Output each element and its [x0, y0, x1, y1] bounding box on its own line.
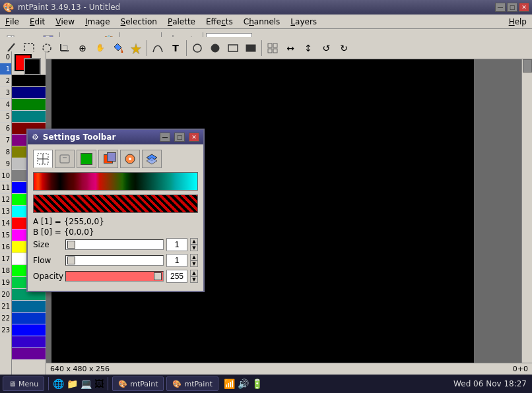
maximize-button[interactable]: □	[507, 3, 517, 12]
opacity-slider[interactable]	[65, 271, 164, 282]
size-down-button[interactable]: ▼	[190, 245, 198, 251]
palette-num-17[interactable]: 17	[0, 253, 11, 265]
palette-num-15[interactable]: 15	[0, 229, 11, 241]
swatch-23[interactable]	[12, 348, 46, 360]
swatch-1[interactable]	[12, 87, 46, 99]
palette-num-19[interactable]: 19	[0, 277, 11, 289]
swatch-20[interactable]	[12, 313, 46, 324]
palette-num-12[interactable]: 12	[0, 194, 11, 206]
menu-layers[interactable]: Layers	[285, 15, 322, 28]
scrollbar-vertical[interactable]	[521, 59, 532, 367]
magic-select-tool[interactable]	[127, 40, 145, 57]
palette-num-14[interactable]: 14	[0, 218, 11, 229]
palette-num-20[interactable]: 20	[0, 289, 11, 301]
palette-num-22[interactable]: 22	[0, 313, 11, 324]
palette-num-6[interactable]: 6	[0, 123, 11, 135]
palette-num-0[interactable]: 0	[0, 51, 11, 63]
palette-num-7[interactable]: 7	[0, 135, 11, 146]
swatch-19[interactable]	[12, 301, 46, 313]
rotate-tool[interactable]: ↺	[317, 40, 335, 57]
size-input[interactable]	[166, 238, 187, 251]
size-row: Size ▲ ▼	[33, 238, 198, 251]
palette-num-23[interactable]: 23	[0, 324, 11, 336]
menu-channels[interactable]: Channels	[238, 15, 286, 28]
text-tool[interactable]: T	[167, 40, 184, 57]
settings-tab-tools[interactable]	[33, 150, 53, 168]
swatch-21[interactable]	[12, 324, 46, 336]
menu-image[interactable]: Image	[80, 15, 116, 28]
palette-num-1[interactable]: 1	[0, 63, 11, 75]
select-all-tool[interactable]	[264, 40, 281, 57]
menu-view[interactable]: View	[50, 15, 80, 28]
flow-up-button[interactable]: ▲	[190, 254, 198, 260]
palette-num-4[interactable]: 4	[0, 99, 11, 111]
palette-num-3[interactable]: 3	[0, 87, 11, 99]
opacity-down-button[interactable]: ▼	[190, 276, 198, 283]
taskbar-icon-browser[interactable]: 🌐	[53, 378, 64, 389]
opacity-up-button[interactable]: ▲	[190, 270, 198, 276]
taskbar-icon-image[interactable]: 🖼	[94, 378, 104, 389]
crop-tool[interactable]	[56, 40, 73, 57]
flow-input[interactable]	[166, 254, 187, 267]
menu-edit[interactable]: Edit	[24, 15, 50, 28]
taskbar-icon-folder[interactable]: 📁	[67, 378, 78, 389]
power-icon: 🔋	[251, 378, 263, 389]
settings-maximize-button[interactable]: □	[174, 133, 185, 142]
palette-num-21[interactable]: 21	[0, 301, 11, 313]
taskbar-icon-terminal[interactable]: 💻	[81, 378, 92, 389]
flow-slider[interactable]	[65, 255, 164, 266]
menu-selection[interactable]: Selection	[116, 15, 162, 28]
close-button[interactable]: ✕	[519, 3, 529, 12]
settings-dialog-title[interactable]: Settings Toolbar	[43, 133, 156, 142]
palette-num-9[interactable]: 9	[0, 158, 11, 170]
color-pattern-bar[interactable]	[33, 195, 198, 213]
palette-num-18[interactable]: 18	[0, 265, 11, 277]
palette-num-8[interactable]: 8	[0, 146, 11, 158]
clone-tool[interactable]: ⊕	[74, 40, 91, 57]
minimize-button[interactable]: —	[495, 3, 506, 12]
settings-minimize-button[interactable]: —	[160, 133, 170, 142]
swatch-0[interactable]	[12, 75, 46, 87]
palette-num-2[interactable]: 2	[0, 75, 11, 87]
taskbar: 🖥 Menu 🌐 📁 💻 🖼 🎨 mtPaint 🎨 mtPaint 📶 🔊 🔋…	[0, 375, 532, 393]
color-gradient-bar[interactable]	[33, 172, 198, 191]
menu-effects[interactable]: Effects	[201, 15, 238, 28]
settings-dialog-titlebar: ⚙ Settings Toolbar — □ ✕	[28, 130, 203, 144]
opacity-input[interactable]	[166, 270, 187, 283]
rect-tool[interactable]	[224, 40, 242, 57]
menu-help[interactable]: Help	[504, 15, 532, 28]
swatch-3[interactable]	[12, 111, 46, 123]
swatch-22[interactable]	[12, 336, 46, 348]
menu-palette[interactable]: Palette	[162, 15, 201, 28]
palette-num-11[interactable]: 11	[0, 182, 11, 194]
fill-circle-tool[interactable]	[207, 40, 224, 57]
fill-rect-tool[interactable]	[242, 40, 259, 57]
palette-num-13[interactable]: 13	[0, 206, 11, 218]
taskbar-mtpaint-2[interactable]: 🎨 mtPaint	[166, 377, 218, 391]
background-color[interactable]	[24, 58, 41, 75]
settings-tab-channels[interactable]	[55, 150, 75, 168]
taskbar-mtpaint-1[interactable]: 🎨 mtPaint	[112, 377, 164, 391]
smudge-tool[interactable]: ✋	[92, 40, 109, 57]
circle-tool[interactable]	[189, 40, 206, 57]
rotate-cw-tool[interactable]: ↻	[335, 40, 352, 57]
settings-close-button[interactable]: ✕	[189, 133, 199, 142]
bezier-tool[interactable]	[149, 40, 166, 57]
settings-tab-layers[interactable]	[142, 150, 162, 168]
start-menu-button[interactable]: 🖥 Menu	[3, 377, 44, 391]
palette-num-16[interactable]: 16	[0, 241, 11, 253]
swatch-2[interactable]	[12, 99, 46, 111]
flip-v-tool[interactable]: ↕	[300, 40, 317, 57]
palette-num-5[interactable]: 5	[0, 111, 11, 123]
size-slider[interactable]	[65, 239, 164, 250]
size-up-button[interactable]: ▲	[190, 238, 198, 245]
flip-h-tool[interactable]: ↔	[282, 40, 299, 57]
settings-tab-palette[interactable]	[120, 150, 140, 168]
settings-tab-bg[interactable]	[98, 150, 118, 168]
settings-tab-fg[interactable]	[77, 150, 96, 168]
tools-toolbar: ⊕ ✋ T ↔ ↕ ↺ ↻	[0, 37, 532, 59]
flow-down-button[interactable]: ▼	[190, 260, 198, 267]
menu-file[interactable]: File	[0, 15, 24, 28]
fill-tool[interactable]	[110, 40, 127, 57]
palette-num-10[interactable]: 10	[0, 170, 11, 182]
